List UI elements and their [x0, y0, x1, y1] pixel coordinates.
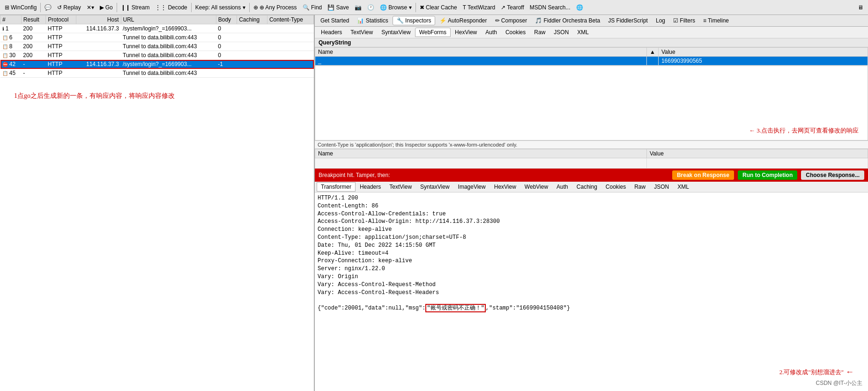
- session-cell-num: 📋 6: [0, 33, 22, 42]
- req-tab-hexview[interactable]: HexView: [451, 28, 481, 37]
- session-cell-result: 200: [21, 33, 46, 42]
- req-tab-xml[interactable]: XML: [573, 28, 593, 37]
- resp-tab-headers[interactable]: Headers: [356, 182, 385, 192]
- msdn-search-button[interactable]: MSDN Search...: [527, 3, 573, 12]
- tab-statistics[interactable]: 📊 Statistics: [353, 16, 392, 25]
- session-row[interactable]: ⛔ 42 - HTTP 114.116.37.3 /system/login?_…: [0, 60, 314, 69]
- col-host: Host: [76, 15, 121, 24]
- run-to-completion-button[interactable]: Run to Completion: [738, 170, 797, 180]
- save-button[interactable]: 💾 Save: [325, 3, 352, 12]
- session-cell-host: 114.116.37.3: [76, 24, 121, 33]
- req-tab-webforms[interactable]: WebForms: [415, 28, 451, 37]
- resp-tab-syntaxview[interactable]: SyntaxView: [416, 182, 453, 192]
- resp-tab-cookies[interactable]: Cookies: [601, 182, 630, 192]
- resp-tab-auth[interactable]: Auth: [552, 182, 572, 192]
- content-notice: Content-Type is 'application/json'; this…: [315, 140, 868, 149]
- tab-fiddlerscript[interactable]: JS FiddlerScript: [604, 16, 652, 25]
- tab-composer[interactable]: ✏ Composer: [491, 16, 531, 25]
- req-tab-syntaxview[interactable]: SyntaxView: [377, 28, 415, 37]
- session-row[interactable]: 📋 45 - HTTP Tunnel to data.bilibili.com:…: [0, 69, 314, 78]
- row-icon: ⛔: [2, 62, 8, 67]
- req-tab-auth[interactable]: Auth: [481, 28, 501, 37]
- screenshot-button[interactable]: 📷: [352, 3, 364, 12]
- choose-response-button[interactable]: Choose Response...: [801, 170, 864, 180]
- x-dropdown-button[interactable]: ✕▾: [84, 3, 97, 12]
- resp-tab-raw[interactable]: Raw: [630, 182, 650, 192]
- tab-log[interactable]: Log: [652, 16, 669, 25]
- resp-tab-webview[interactable]: WebView: [520, 182, 552, 192]
- session-cell-body: 0: [216, 24, 237, 33]
- session-cell-num: 📋 30: [0, 51, 22, 60]
- tab-inspectors[interactable]: 🔧 Inspectors: [393, 16, 436, 25]
- session-table: # Result Protocol Host URL Body Caching …: [0, 15, 314, 78]
- stream-button[interactable]: ❙❙ Stream: [118, 3, 153, 12]
- replay-button[interactable]: ↺ Replay: [54, 3, 83, 12]
- any-process-button[interactable]: ⊕ ⊕ Any Process: [251, 3, 300, 12]
- middle-area: [315, 66, 868, 140]
- tab-fiddler-orchestra[interactable]: 🎵 Fiddler Orchestra Beta: [531, 16, 604, 25]
- session-cell-host: [76, 51, 121, 60]
- req-tab-json[interactable]: JSON: [549, 28, 573, 37]
- session-cell-caching: [237, 33, 267, 42]
- go-button[interactable]: ▶ Go: [97, 3, 116, 12]
- session-cell-protocol: HTTP: [46, 42, 76, 51]
- session-cell-host: [76, 69, 121, 78]
- keep-sessions-button[interactable]: Keep: All sessions ▾: [193, 3, 248, 12]
- resp-line-empty: [318, 296, 865, 304]
- row-icon: ℹ: [2, 26, 4, 31]
- tearoff-button[interactable]: ↗ Tearoff: [498, 3, 527, 12]
- req-tab-raw[interactable]: Raw: [530, 28, 549, 37]
- clear-cache-button[interactable]: ✖ Clear Cache: [417, 3, 460, 12]
- resp-tab-xml[interactable]: XML: [673, 182, 693, 192]
- tab-filters[interactable]: ☑ Filters: [669, 16, 699, 25]
- col-caching: Caching: [237, 15, 267, 24]
- tab-timeline[interactable]: ≡ Timeline: [699, 16, 733, 25]
- query-header-row: Name ▲ Value: [315, 48, 868, 57]
- row-icon: 📋: [2, 44, 8, 49]
- chat-button[interactable]: 💬: [42, 3, 54, 12]
- session-cell-num: 📋 8: [0, 42, 22, 51]
- query-col-arrow: ▲: [647, 48, 659, 57]
- textwizard-button[interactable]: T TextWizard: [460, 3, 498, 12]
- tab-autoresponder[interactable]: ⚡ AutoResponder: [436, 16, 490, 25]
- find-button[interactable]: 🔍 Find: [300, 3, 325, 12]
- session-cell-protocol: HTTP: [46, 51, 76, 60]
- session-row[interactable]: 📋 6 200 HTTP Tunnel to data.bilibili.com…: [0, 33, 314, 42]
- col-content-type: Content-Type: [267, 15, 313, 24]
- browse-button[interactable]: 🌐 Browse ▾: [377, 3, 415, 12]
- tab-get-started[interactable]: Get Started: [317, 16, 353, 25]
- go-icon: ▶: [100, 4, 104, 11]
- req-tab-headers[interactable]: Headers: [317, 28, 346, 37]
- session-cell-content-type: [267, 69, 313, 78]
- resp-tab-caching[interactable]: Caching: [572, 182, 601, 192]
- decode-button[interactable]: ⋮⋮ Decode: [152, 3, 190, 12]
- winconfig-button[interactable]: ⊞ WinConfig: [2, 3, 39, 12]
- resp-tab-transformer[interactable]: Transformer: [317, 182, 356, 192]
- query-row[interactable]: _ 1669903990565: [315, 57, 868, 66]
- resp-line-proxy: Proxy-Connection: keep-alive: [318, 257, 865, 265]
- session-cell-body: -1: [216, 60, 237, 69]
- req-tab-cookies[interactable]: Cookies: [501, 28, 530, 37]
- resp-tab-textview[interactable]: TextView: [385, 182, 416, 192]
- query-col-value: Value: [658, 48, 868, 57]
- timer-button[interactable]: 🕐: [364, 3, 377, 12]
- req-tab-textview[interactable]: TextView: [346, 28, 377, 37]
- session-cell-content-type: [267, 24, 313, 33]
- session-row[interactable]: 📋 30 200 HTTP Tunnel to data.bilibili.co…: [0, 51, 314, 60]
- break-on-response-button[interactable]: Break on Response: [672, 170, 734, 180]
- sep3: [191, 3, 192, 12]
- session-cell-caching: [237, 60, 267, 69]
- query-value-cell: 1669903990565: [658, 57, 868, 66]
- resp-tab-json[interactable]: JSON: [650, 182, 673, 192]
- resp-tab-imageview[interactable]: ImageView: [454, 182, 490, 192]
- chat-icon: 💬: [45, 4, 52, 11]
- session-header-row: # Result Protocol Host URL Body Caching …: [0, 15, 314, 24]
- session-row[interactable]: 📋 8 200 HTTP Tunnel to data.bilibili.com…: [0, 42, 314, 51]
- resp-body[interactable]: HTTP/1.1 200 Content-Length: 86 Access-C…: [315, 192, 868, 391]
- web-icon-button[interactable]: 🌐: [573, 3, 586, 12]
- resp-tab-hexview[interactable]: HexView: [490, 182, 520, 192]
- session-cell-num: ℹ 1: [0, 24, 22, 33]
- session-cell-result: 200: [21, 51, 46, 60]
- session-row[interactable]: ℹ 1 200 HTTP 114.116.37.3 /system/login?…: [0, 24, 314, 33]
- resp-line-http: HTTP/1.1 200: [318, 194, 865, 202]
